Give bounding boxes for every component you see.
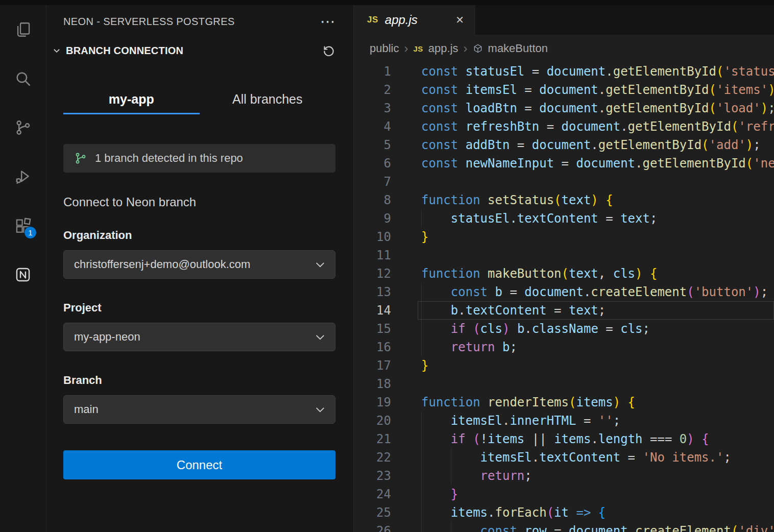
code-line[interactable]: 21 if (!items || items.length === 0) {: [353, 430, 774, 448]
line-number[interactable]: 20: [353, 412, 391, 430]
line-number[interactable]: 22: [353, 448, 391, 467]
code-line-content[interactable]: }: [421, 485, 774, 503]
more-actions-icon[interactable]: ⋯: [320, 16, 335, 27]
code-line[interactable]: 4const refreshBtn = document.getElementB…: [353, 117, 774, 136]
branch-connection-section-toggle[interactable]: BRANCH CONNECTION: [52, 45, 183, 57]
line-number[interactable]: 1: [353, 62, 391, 81]
organization-select[interactable]: christoffersenj+demo@outlook.com: [63, 250, 335, 279]
code-line-content[interactable]: if (!items || items.length === 0) {: [421, 430, 774, 448]
code-line[interactable]: 26 const row = document.createElement('d…: [353, 522, 774, 532]
explorer-icon[interactable]: [0, 5, 46, 54]
source-control-icon[interactable]: [0, 103, 46, 152]
code-line-content[interactable]: statusEl.textContent = text;: [421, 209, 774, 228]
line-number[interactable]: 10: [353, 228, 391, 246]
line-number[interactable]: 19: [353, 393, 391, 412]
code-line[interactable]: 5const addBtn = document.getElementById(…: [353, 136, 774, 154]
code-line-content[interactable]: const loadBtn = document.getElementById(…: [421, 99, 774, 117]
code-line-content[interactable]: const refreshBtn = document.getElementBy…: [421, 117, 774, 136]
code-line-content[interactable]: return;: [421, 467, 774, 485]
code-line-content[interactable]: const statusEl = document.getElementById…: [421, 62, 774, 81]
line-number[interactable]: 6: [353, 154, 391, 173]
code-line[interactable]: 3const loadBtn = document.getElementById…: [353, 99, 774, 117]
code-line[interactable]: 6const newNameInput = document.getElemen…: [353, 154, 774, 173]
code-line[interactable]: 17}: [353, 356, 774, 375]
line-number[interactable]: 18: [353, 375, 391, 393]
code-area[interactable]: 1const statusEl = document.getElementByI…: [353, 62, 774, 532]
code-line-content[interactable]: const itemsEl = document.getElementById(…: [421, 81, 774, 99]
line-number[interactable]: 9: [353, 209, 391, 228]
line-number[interactable]: 26: [353, 522, 391, 532]
line-number[interactable]: 8: [353, 191, 391, 209]
code-line-content[interactable]: [421, 173, 774, 191]
line-number[interactable]: 17: [353, 356, 391, 375]
code-line[interactable]: 12function makeButton(text, cls) {: [353, 264, 774, 283]
code-line-content[interactable]: itemsEl.innerHTML = '';: [421, 412, 774, 430]
line-number[interactable]: 11: [353, 246, 391, 264]
code-line-content[interactable]: function makeButton(text, cls) {: [421, 264, 774, 283]
search-icon[interactable]: [0, 54, 46, 103]
chevron-down-icon: [316, 262, 325, 268]
line-number[interactable]: 7: [353, 173, 391, 191]
line-number[interactable]: 2: [353, 81, 391, 99]
close-icon[interactable]: ✕: [455, 14, 464, 26]
code-line[interactable]: 8function setStatus(text) {: [353, 191, 774, 209]
code-line-content[interactable]: [421, 375, 774, 393]
line-number[interactable]: 23: [353, 467, 391, 485]
code-line-content[interactable]: b.textContent = text;: [421, 301, 774, 320]
breadcrumb-appjs[interactable]: app.js: [428, 42, 458, 55]
code-line[interactable]: 7: [353, 173, 774, 191]
code-line-content[interactable]: items.forEach(it => {: [421, 503, 774, 522]
code-line[interactable]: 19function renderItems(items) {: [353, 393, 774, 412]
code-line[interactable]: 14 b.textContent = text;: [353, 301, 774, 320]
tab-my-app[interactable]: my-app: [63, 86, 200, 114]
line-number[interactable]: 16: [353, 338, 391, 356]
code-line-content[interactable]: itemsEl.textContent = 'No items.';: [421, 448, 774, 467]
code-line-content[interactable]: function setStatus(text) {: [421, 191, 774, 209]
code-line-content[interactable]: }: [421, 228, 774, 246]
editor-tab-appjs[interactable]: JS app.js ✕: [353, 5, 475, 35]
code-line[interactable]: 16 return b;: [353, 338, 774, 356]
project-select[interactable]: my-app-neon: [63, 323, 335, 351]
code-line[interactable]: 15 if (cls) b.className = cls;: [353, 320, 774, 338]
tab-all-branches[interactable]: All branches: [200, 86, 336, 114]
code-line[interactable]: 18: [353, 375, 774, 393]
line-number[interactable]: 14: [353, 301, 391, 320]
code-line-content[interactable]: const row = document.createElement('div'…: [421, 522, 774, 532]
code-line-content[interactable]: function renderItems(items) {: [421, 393, 774, 412]
line-number[interactable]: 25: [353, 503, 391, 522]
line-number[interactable]: 24: [353, 485, 391, 503]
code-line-content[interactable]: const addBtn = document.getElementById('…: [421, 136, 774, 154]
breadcrumb-makebutton[interactable]: makeButton: [488, 42, 548, 55]
code-line[interactable]: 22 itemsEl.textContent = 'No items.';: [353, 448, 774, 467]
connect-button[interactable]: Connect: [63, 450, 335, 479]
code-line-content[interactable]: const newNameInput = document.getElement…: [421, 154, 774, 173]
line-number[interactable]: 3: [353, 99, 391, 117]
breadcrumb-public[interactable]: public: [370, 42, 399, 55]
line-number[interactable]: 4: [353, 117, 391, 136]
code-line-content[interactable]: return b;: [421, 338, 774, 356]
line-number[interactable]: 5: [353, 136, 391, 154]
code-line-content[interactable]: const b = document.createElement('button…: [421, 283, 774, 301]
code-line-content[interactable]: [421, 246, 774, 264]
code-line[interactable]: 23 return;: [353, 467, 774, 485]
code-line[interactable]: 1const statusEl = document.getElementByI…: [353, 62, 774, 81]
code-line[interactable]: 24 }: [353, 485, 774, 503]
branch-select[interactable]: main: [63, 395, 335, 424]
code-line-content[interactable]: if (cls) b.className = cls;: [421, 320, 774, 338]
code-line[interactable]: 13 const b = document.createElement('but…: [353, 283, 774, 301]
code-line[interactable]: 10}: [353, 228, 774, 246]
code-line[interactable]: 25 items.forEach(it => {: [353, 503, 774, 522]
code-line[interactable]: 11: [353, 246, 774, 264]
line-number[interactable]: 21: [353, 430, 391, 448]
line-number[interactable]: 15: [353, 320, 391, 338]
neon-extension-icon[interactable]: [0, 250, 46, 299]
code-line[interactable]: 2const itemsEl = document.getElementById…: [353, 81, 774, 99]
run-debug-icon[interactable]: [0, 152, 46, 201]
code-line[interactable]: 9 statusEl.textContent = text;: [353, 209, 774, 228]
extensions-icon[interactable]: 1: [0, 201, 46, 250]
code-line-content[interactable]: }: [421, 356, 774, 375]
line-number[interactable]: 13: [353, 283, 391, 301]
code-line[interactable]: 20 itemsEl.innerHTML = '';: [353, 412, 774, 430]
line-number[interactable]: 12: [353, 264, 391, 283]
refresh-icon[interactable]: [322, 44, 335, 57]
